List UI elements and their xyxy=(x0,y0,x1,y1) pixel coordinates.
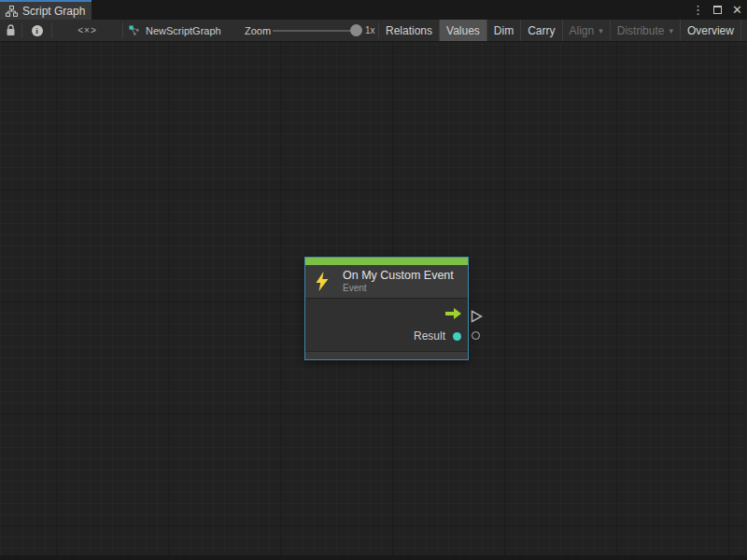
toggle-relations[interactable]: Relations xyxy=(379,20,440,41)
window-menu-icon[interactable]: ⋮ xyxy=(690,0,706,20)
control-output-connector[interactable] xyxy=(471,310,483,327)
node-title: On My Custom Event xyxy=(343,269,454,283)
control-flow-arrow-icon[interactable] xyxy=(445,308,461,319)
graph-canvas[interactable]: On My Custom Event Event Result xyxy=(0,42,747,555)
value-output-row: Result xyxy=(305,325,468,347)
dropdown-align[interactable]: Align ▾ xyxy=(563,20,611,41)
graph-toolbar: i <×> NewScriptGraph Zoom 1x Relations xyxy=(0,20,747,42)
graph-hierarchy-icon xyxy=(6,6,18,17)
zoom-value: 1x xyxy=(365,20,375,41)
toolbar-toggle-group: Relations Values Dim Carry Align ▾ Distr… xyxy=(379,20,747,41)
node-header[interactable]: On My Custom Event Event xyxy=(305,265,468,299)
lock-icon xyxy=(6,24,16,36)
toggle-carry[interactable]: Carry xyxy=(521,20,562,41)
info-icon: i xyxy=(32,25,43,36)
node-subtitle: Event xyxy=(343,283,454,294)
button-fullscreen[interactable]: Full Screen xyxy=(741,20,747,41)
close-icon[interactable]: ✕ xyxy=(729,0,745,20)
graph-asset-icon xyxy=(129,25,140,36)
lock-button[interactable] xyxy=(0,20,21,41)
value-port-dot[interactable] xyxy=(453,332,461,341)
script-graph-window: Script Graph ⋮ ✕ i <×> xyxy=(0,0,747,560)
code-icon: <×> xyxy=(78,25,97,35)
control-output-row xyxy=(305,302,468,325)
node-footer xyxy=(305,351,468,359)
node-on-my-custom-event[interactable]: On My Custom Event Event Result xyxy=(304,257,469,360)
zoom-label: Zoom xyxy=(245,20,271,41)
chevron-down-icon: ▾ xyxy=(669,26,673,35)
lightning-bolt-icon xyxy=(315,272,330,291)
node-body: Result xyxy=(305,299,468,351)
node-color-bar xyxy=(305,258,468,265)
code-preview-button[interactable]: <×> xyxy=(52,20,122,41)
tab-title: Script Graph xyxy=(22,5,85,18)
triangle-port-icon xyxy=(471,310,483,323)
value-output-connector[interactable] xyxy=(472,331,480,340)
toggle-values[interactable]: Values xyxy=(440,20,487,41)
graph-name: NewScriptGraph xyxy=(146,25,221,36)
value-port-label: Result xyxy=(414,329,445,343)
graph-breadcrumb[interactable]: NewScriptGraph xyxy=(129,20,221,41)
window-controls: ⋮ ✕ xyxy=(690,0,745,20)
zoom-slider-knob[interactable] xyxy=(350,24,362,36)
maximize-icon[interactable] xyxy=(710,0,726,20)
inspect-button[interactable]: i xyxy=(22,20,51,41)
dropdown-distribute[interactable]: Distribute ▾ xyxy=(611,20,681,41)
node-titles: On My Custom Event Event xyxy=(343,269,454,294)
zoom-slider-track[interactable] xyxy=(273,30,355,32)
chevron-down-icon: ▾ xyxy=(599,26,603,35)
tab-bar: Script Graph ⋮ ✕ xyxy=(0,0,747,20)
toggle-dim[interactable]: Dim xyxy=(487,20,521,41)
tab-script-graph[interactable]: Script Graph xyxy=(0,0,92,20)
button-overview[interactable]: Overview xyxy=(681,20,741,41)
window-bottom-edge xyxy=(0,555,747,560)
